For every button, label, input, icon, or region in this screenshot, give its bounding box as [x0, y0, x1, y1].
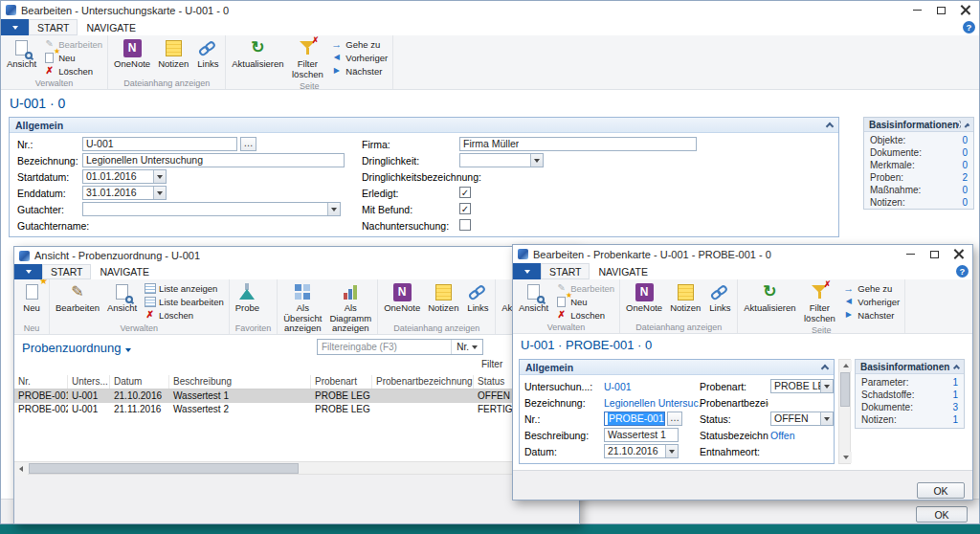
cell-nr[interactable]: PROBE-001 — [14, 389, 68, 403]
untersuchung-link[interactable]: U-001 — [604, 380, 632, 393]
scroll-up-button[interactable] — [839, 360, 852, 371]
app-menu-button[interactable] — [14, 264, 42, 279]
dropdown-button[interactable] — [820, 412, 833, 425]
bearbeiten-button[interactable]: ✎ Bearbeiten — [552, 281, 617, 295]
titlebar[interactable]: Ansicht - Probenzuordnung - U-001 — [14, 247, 579, 264]
cell-probenart[interactable]: PROBE LEG — [311, 403, 372, 416]
als-diagramm-button[interactable]: Als Diagramm anzeigen — [326, 280, 374, 335]
gehe-zu-button[interactable]: → Gehe zu — [839, 281, 902, 295]
dringlichkeit-field[interactable] — [459, 153, 544, 167]
assist-button[interactable]: … — [240, 137, 256, 151]
aktualisieren-button[interactable]: ↻ Aktualisieren — [229, 36, 286, 71]
erledigt-checkbox[interactable]: ✓ — [459, 187, 471, 198]
cell-beschreibung[interactable]: Wassertest 1 — [169, 389, 311, 403]
table-row[interactable]: PROBE-001 U-001 21.10.2016 Wassertest 1 … — [14, 389, 579, 403]
statusbezeichnung-value[interactable]: Offen — [770, 429, 795, 442]
tab-navigate[interactable]: NAVIGATE — [91, 264, 158, 279]
links-button[interactable]: Links — [193, 36, 222, 71]
startdatum-field[interactable]: 01.01.2016 — [82, 169, 167, 184]
naechster-button[interactable]: ▶ Nächster — [839, 308, 902, 322]
tab-navigate[interactable]: NAVIGATE — [78, 19, 145, 35]
neu-button[interactable]: ★ Neu — [17, 280, 46, 315]
tab-start[interactable]: START — [541, 263, 590, 279]
onenote-button[interactable]: N OneNote — [111, 36, 153, 71]
loeschen-button[interactable]: ✗ Löschen — [40, 64, 105, 78]
als-uebersicht-button[interactable]: Als Übersicht anzeigen — [280, 280, 324, 335]
tab-start[interactable]: START — [42, 264, 91, 279]
cell-probenartbezeichnung[interactable] — [372, 403, 474, 416]
ansicht-button[interactable]: Ansicht — [104, 280, 140, 315]
cell-probenartbezeichnung[interactable] — [372, 389, 474, 403]
factbox-header[interactable]: Basisinformationen — [864, 118, 973, 132]
status-field[interactable]: OFFEN — [770, 412, 834, 426]
dropdown-button[interactable] — [665, 445, 678, 457]
liste-bearbeiten-button[interactable]: Liste bearbeiten — [141, 295, 227, 308]
enddatum-field[interactable]: 31.01.2016 — [82, 186, 167, 200]
cell-nr[interactable]: PROBE-002 — [14, 403, 68, 416]
bearbeiten-button[interactable]: ✎ Bearbeiten — [53, 280, 102, 315]
tab-navigate[interactable]: NAVIGATE — [590, 263, 657, 279]
aktualisieren-button[interactable]: ↻ Aktualisieren — [741, 280, 798, 315]
scrollbar-thumb[interactable] — [29, 463, 299, 474]
dropdown-button[interactable] — [530, 154, 543, 167]
fasttab-header[interactable]: Allgemein — [10, 118, 838, 133]
help-icon[interactable]: ? — [956, 265, 969, 278]
titlebar[interactable]: Bearbeiten - Probenkarte - U-001 - PROBE… — [513, 245, 972, 263]
chevron-up-icon[interactable] — [953, 365, 960, 371]
notizen-button[interactable]: Notizen — [425, 280, 461, 315]
dropdown-button[interactable] — [153, 187, 166, 199]
ok-button[interactable]: OK — [916, 506, 968, 523]
notizen-button[interactable]: Notizen — [155, 36, 191, 71]
beschreibung-field[interactable]: Wassertest 1 — [604, 428, 679, 442]
close-button[interactable] — [953, 1, 977, 19]
probenart-field[interactable]: PROBE LEG — [770, 379, 834, 393]
column-header-nr[interactable]: Nr. — [14, 375, 68, 389]
minimize-button[interactable] — [899, 245, 923, 263]
cell-datum[interactable]: 21.10.2016 — [110, 389, 169, 403]
onenote-button[interactable]: N OneNote — [623, 280, 665, 315]
scroll-down-button[interactable] — [839, 452, 852, 463]
app-menu-button[interactable] — [1, 19, 29, 35]
naechster-button[interactable]: ▶ Nächster — [327, 64, 390, 78]
bezeichnung-link[interactable]: Legionellen Untersuc... — [604, 396, 702, 410]
links-button[interactable]: Links — [705, 280, 734, 315]
cell-probenart[interactable]: PROBE LEG — [311, 389, 372, 403]
cell-datum[interactable]: 21.11.2016 — [110, 403, 169, 416]
factbox-header[interactable]: Basisinformationen — [856, 360, 964, 374]
quick-filter[interactable]: Filtereingabe (F3) Nr. — [317, 339, 483, 355]
loeschen-button[interactable]: ✗ Löschen — [552, 308, 617, 322]
nachuntersuchung-checkbox[interactable]: ✓ — [459, 219, 471, 231]
nr-field[interactable]: PROBE-001 — [604, 412, 665, 426]
factbox-value[interactable]: 1 — [952, 389, 958, 400]
loeschen-button[interactable]: ✗ Löschen — [141, 308, 227, 322]
chevron-up-icon[interactable] — [965, 123, 969, 128]
column-header-untersuchung[interactable]: Unters... — [68, 375, 110, 389]
maximize-button[interactable] — [923, 245, 947, 263]
cell-untersuchung[interactable]: U-001 — [68, 403, 110, 416]
help-icon[interactable]: ? — [963, 21, 975, 33]
cell-beschreibung[interactable]: Wassertest 2 — [169, 403, 311, 416]
bezeichnung-field[interactable]: Legionellen Untersuchung — [82, 153, 345, 167]
gutachter-field[interactable] — [82, 202, 341, 216]
scrollbar-thumb[interactable] — [840, 372, 850, 407]
neu-button[interactable]: ★ Neu — [40, 51, 105, 64]
minimize-button[interactable] — [905, 1, 929, 19]
column-header-beschreibung[interactable]: Beschreibung — [169, 375, 311, 389]
filter-column-selector[interactable]: Nr. — [451, 340, 482, 354]
tab-start[interactable]: START — [29, 19, 78, 35]
vertical-scrollbar[interactable] — [838, 359, 851, 464]
notizen-button[interactable]: Notizen — [667, 280, 703, 315]
table-row[interactable]: PROBE-002 U-001 21.11.2016 Wassertest 2 … — [14, 403, 579, 416]
factbox-value[interactable]: 2 — [962, 172, 968, 183]
column-header-datum[interactable]: Datum — [110, 375, 169, 389]
column-header-probenart[interactable]: Probenart — [311, 375, 372, 389]
vorheriger-button[interactable]: ◀ Vorheriger — [839, 295, 902, 308]
assist-button[interactable]: … — [667, 412, 682, 426]
liste-anzeigen-button[interactable]: Liste anzeigen — [141, 281, 227, 295]
onenote-button[interactable]: N OneNote — [381, 280, 423, 315]
ansicht-button[interactable]: Ansicht — [516, 280, 551, 315]
chevron-down-icon[interactable] — [125, 348, 131, 352]
column-header-probenartbezeichnung[interactable]: Probenartbezeichnung — [372, 375, 474, 389]
factbox-value[interactable]: 1 — [952, 414, 958, 425]
probe-button[interactable]: Probe — [233, 280, 262, 315]
